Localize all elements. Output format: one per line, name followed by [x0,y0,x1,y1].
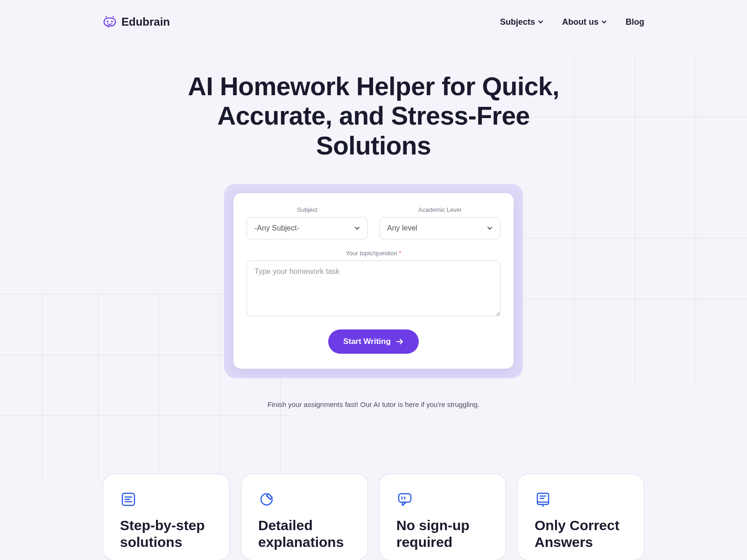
nav-blog[interactable]: Blog [626,17,644,27]
feature-card-correct: Only Correct Answers [517,474,644,560]
logo-icon [103,15,117,29]
start-writing-button[interactable]: Start Writing [328,329,419,354]
subject-select[interactable]: -Any Subject- [247,217,368,239]
question-label: Your topic/question * [247,250,500,257]
required-asterisk: * [399,250,401,257]
book-icon [535,491,551,508]
logo-text: Edubrain [121,15,170,28]
subject-value: -Any Subject- [254,224,299,232]
svg-point-3 [106,21,108,22]
level-label: Academic Level [379,206,500,213]
nav-links: Subjects About us Blog [500,17,644,27]
nav-about[interactable]: About us [562,17,607,27]
question-textarea[interactable] [247,260,500,316]
feature-title: Step-by-step solutions [120,517,212,551]
feature-title: No sign-up required [396,517,489,551]
feature-card-stepbystep: Step-by-step solutions [103,474,230,560]
start-writing-label: Start Writing [343,337,391,346]
header: Edubrain Subjects About us Blog [103,0,644,44]
hero-title: AI Homework Helper for Quick, Accurate, … [187,72,560,161]
chevron-down-icon [601,19,607,25]
hero: AI Homework Helper for Quick, Accurate, … [103,44,644,408]
chat-bubble-icon [396,491,413,508]
pen-circle-icon [258,491,275,508]
chevron-down-icon [354,225,360,231]
feature-title: Only Correct Answers [535,517,627,551]
svg-point-0 [106,16,107,17]
logo[interactable]: Edubrain [103,15,170,29]
chevron-down-icon [487,225,493,231]
svg-point-4 [111,21,113,22]
nav-about-label: About us [562,17,599,27]
feature-card-detailed: Detailed explanations [241,474,368,560]
form-inner: Subject -Any Subject- Academic Level Any… [233,193,514,369]
nav-blog-label: Blog [626,17,644,27]
level-value: Any level [387,224,417,232]
features: Step-by-step solutions Detailed explanat… [103,474,644,560]
form-card: Subject -Any Subject- Academic Level Any… [224,184,523,378]
svg-point-1 [113,16,114,17]
nav-subjects-label: Subjects [500,17,535,27]
nav-subjects[interactable]: Subjects [500,17,543,27]
feature-card-nosignup: No sign-up required [379,474,506,560]
hero-subtext: Finish your assignments fast! Our AI tut… [103,400,644,408]
feature-title: Detailed explanations [258,517,351,551]
level-select[interactable]: Any level [379,217,500,239]
subject-label: Subject [247,206,368,213]
chevron-down-icon [538,19,543,25]
list-icon [120,491,137,508]
arrow-right-icon [395,337,404,346]
